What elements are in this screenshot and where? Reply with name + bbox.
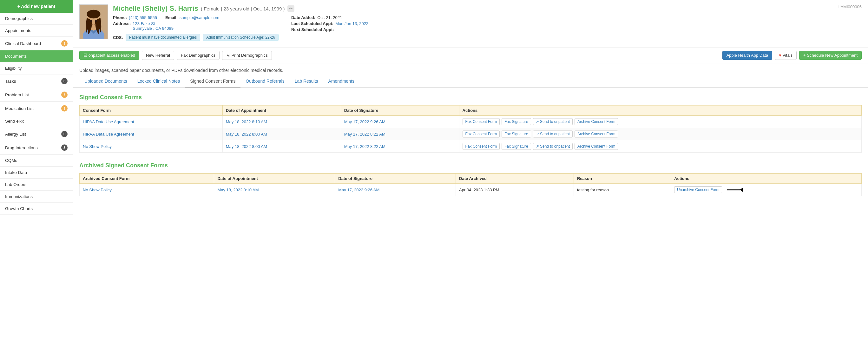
consent-form-link[interactable]: No Show Policy	[83, 144, 112, 149]
sidebar-item-label: CQMs	[5, 158, 17, 163]
sidebar-item-drug-interactions[interactable]: Drug Interactions 3	[0, 141, 73, 154]
col-date-appt: Date of Appointment	[222, 105, 341, 116]
apple-health-button[interactable]: Apple Health App Data	[722, 51, 773, 60]
archived-form-link[interactable]: No Show Policy	[83, 187, 112, 192]
fax-signature-btn[interactable]: Fax Signature	[502, 143, 531, 150]
email-value: sample@sample.com	[180, 15, 219, 20]
table-row: No Show Policy May 18, 2022 8:00 AM May …	[80, 140, 862, 153]
fax-consent-form-btn[interactable]: Fax Consent Form	[463, 131, 500, 138]
new-referral-button[interactable]: New Referral	[142, 51, 174, 60]
archived-date-archived: Apr 04, 2023 1:33 PM	[459, 187, 499, 192]
tab-signed-consent-forms[interactable]: Signed Consent Forms	[185, 75, 241, 87]
sidebar-item-tasks[interactable]: Tasks 0	[0, 74, 73, 88]
sidebar-item-medication-list[interactable]: Medication List !	[0, 102, 73, 115]
patient-name-text: Michelle (Shelly) S. Harris	[113, 4, 198, 13]
actions-cell: Fax Consent Form Fax Signature ↗ Send to…	[463, 131, 858, 138]
col-archived-form: Archived Consent Form	[80, 174, 214, 184]
fax-consent-form-btn[interactable]: Fax Consent Form	[463, 143, 500, 150]
sidebar-item-label: Eligibility	[5, 66, 22, 71]
action-bar: ☑ onpatient access enabled New Referral …	[73, 47, 868, 63]
external-link-icon: ↗	[536, 144, 540, 148]
last-appt-value: Mon Jun 13, 2022	[335, 21, 368, 26]
clinical-dashboard-badge: !	[61, 40, 68, 46]
send-to-onpatient-btn[interactable]: ↗ Send to onpatient	[533, 118, 572, 125]
col-reason: Reason	[574, 174, 671, 184]
date-sig-value: May 17, 2022 8:22 AM	[344, 144, 385, 149]
signed-consent-forms-title: Signed Consent Forms	[79, 94, 862, 101]
archive-consent-form-btn[interactable]: Archive Consent Form	[575, 118, 618, 125]
sidebar-item-lab-orders[interactable]: Lab Orders	[0, 179, 73, 191]
vitals-button[interactable]: Vitals	[775, 51, 797, 60]
schedule-appointment-button[interactable]: + Schedule New Appointment	[799, 51, 862, 60]
sidebar-item-label: Documents	[5, 54, 27, 59]
arrow-indicator	[727, 187, 743, 192]
tab-amendments[interactable]: Amendments	[323, 75, 360, 87]
sidebar-item-label: Lab Orders	[5, 182, 27, 187]
patient-photo	[79, 4, 108, 39]
send-to-onpatient-btn[interactable]: ↗ Send to onpatient	[533, 143, 572, 150]
sidebar-item-label: Appointments	[5, 28, 31, 33]
col-date-appt: Date of Appointment	[214, 174, 335, 184]
archived-consent-forms-title: Archived Signed Consent Forms	[79, 162, 862, 169]
svg-point-5	[90, 20, 92, 22]
tab-uploaded-documents[interactable]: Uploaded Documents	[79, 75, 132, 87]
archive-consent-form-btn[interactable]: Archive Consent Form	[575, 131, 618, 138]
tab-locked-clinical-notes[interactable]: Locked Clinical Notes	[132, 75, 185, 87]
svg-point-4	[87, 10, 100, 19]
fax-demographics-button[interactable]: Fax Demographics	[177, 51, 220, 60]
sidebar-item-label: Demographics	[5, 16, 33, 21]
sidebar-item-send-erx[interactable]: Send eRx	[0, 115, 73, 127]
date-appt-value: May 18, 2022 8:10 AM	[226, 119, 267, 124]
sidebar-item-problem-list[interactable]: Problem List !	[0, 88, 73, 102]
date-added-value: Oct. 21, 2021	[317, 15, 342, 20]
svg-point-6	[95, 20, 97, 22]
send-to-onpatient-btn[interactable]: ↗ Send to onpatient	[533, 131, 572, 138]
edit-patient-button[interactable]: ✏	[287, 5, 294, 12]
sidebar-item-intake-data[interactable]: Intake Data	[0, 167, 73, 179]
tab-outbound-referrals[interactable]: Outbound Referrals	[241, 75, 289, 87]
drug-interactions-badge: 3	[61, 144, 68, 151]
table-row: HIPAA Data Use Agreement May 18, 2022 8:…	[80, 116, 862, 128]
date-sig-value: May 17, 2022 8:22 AM	[344, 132, 385, 137]
sidebar-item-cqms[interactable]: CQMs	[0, 154, 73, 167]
add-patient-button[interactable]: + Add new patient	[0, 0, 73, 13]
sidebar: + Add new patient Demographics Appointme…	[0, 0, 73, 351]
external-link-icon: ↗	[536, 132, 540, 136]
table-row: No Show Policy May 18, 2022 8:10 AM May …	[80, 184, 862, 196]
sidebar-item-immunizations[interactable]: Immunizations	[0, 191, 73, 203]
phone-value: (443) 555-5555	[129, 15, 157, 20]
patient-dates-col: Date Added: Oct. 21, 2021 Last Scheduled…	[291, 15, 368, 41]
archived-reason: testing for reason	[577, 187, 609, 192]
onpatient-button[interactable]: ☑ onpatient access enabled	[79, 51, 139, 60]
sidebar-item-growth-charts[interactable]: Growth Charts	[0, 203, 73, 215]
fax-signature-btn[interactable]: Fax Signature	[502, 118, 531, 125]
last-appt-label: Last Scheduled Appt:	[291, 21, 334, 26]
fax-signature-btn[interactable]: Fax Signature	[502, 131, 531, 138]
signed-consent-forms-table: Consent Form Date of Appointment Date of…	[79, 105, 862, 153]
col-actions: Actions	[671, 174, 862, 184]
consent-form-link[interactable]: HIPAA Data Use Agreement	[83, 132, 134, 137]
upload-description: Upload images, scanned paper documents, …	[73, 63, 868, 75]
fax-consent-form-btn[interactable]: Fax Consent Form	[463, 118, 500, 125]
sidebar-item-label: Immunizations	[5, 194, 33, 199]
cds-label: CDS:	[113, 35, 123, 40]
print-demographics-button[interactable]: 🖨 Print Demographics	[222, 51, 272, 60]
sidebar-item-eligibility[interactable]: Eligibility	[0, 62, 73, 74]
sidebar-item-label: Drug Interactions	[5, 145, 38, 150]
sidebar-item-label: Growth Charts	[5, 206, 33, 211]
sidebar-item-appointments[interactable]: Appointments	[0, 25, 73, 37]
archive-consent-form-btn[interactable]: Archive Consent Form	[575, 143, 618, 150]
patient-header: Michelle (Shelly) S. Harris ( Female | 2…	[73, 0, 868, 47]
date-sig-value: May 17, 2022 9:26 AM	[344, 119, 385, 124]
actions-cell: Fax Consent Form Fax Signature ↗ Send to…	[463, 118, 858, 125]
sidebar-item-demographics[interactable]: Demographics	[0, 13, 73, 25]
sidebar-item-clinical-dashboard[interactable]: Clinical Dashboard !	[0, 37, 73, 50]
unarchive-consent-form-btn[interactable]: Unarchive Consent Form	[674, 186, 722, 193]
sidebar-item-documents[interactable]: Documents	[0, 50, 73, 62]
consent-form-link[interactable]: HIPAA Data Use Agreement	[83, 119, 134, 124]
cds-item-1: Patient must have documented allergies	[126, 34, 200, 41]
sidebar-item-allergy-list[interactable]: Allergy List 0	[0, 127, 73, 141]
archived-consent-forms-table: Archived Consent Form Date of Appointmen…	[79, 173, 862, 196]
problem-list-badge: !	[61, 92, 68, 98]
tab-lab-results[interactable]: Lab Results	[290, 75, 323, 87]
